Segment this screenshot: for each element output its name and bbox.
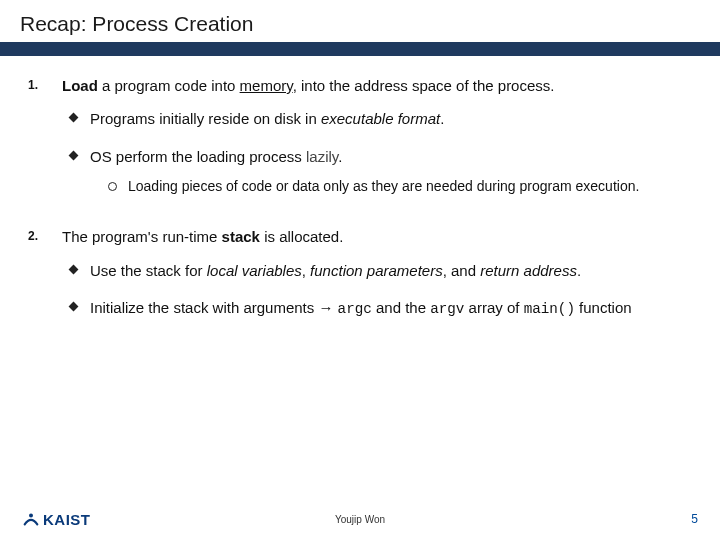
text-italic: executable format: [321, 110, 440, 127]
slide-body: Load a program code into memory, into th…: [0, 56, 720, 320]
text-italic: function parameters: [310, 262, 443, 279]
text: Programs initially reside on disk in: [90, 110, 321, 127]
kaist-logo-text: KAIST: [43, 511, 91, 528]
author-name: Youjip Won: [335, 514, 385, 525]
code-argv: argv: [430, 301, 464, 317]
slide-title: Recap: Process Creation: [20, 12, 720, 36]
text: array of: [464, 299, 523, 316]
title-bar: Recap: Process Creation: [0, 0, 720, 36]
text: .: [440, 110, 444, 127]
text: a program code into: [98, 77, 240, 94]
ordered-list: Load a program code into memory, into th…: [28, 74, 692, 320]
text: , and: [443, 262, 481, 279]
item1-load: Load: [62, 77, 98, 94]
footer: KAIST Youjip Won 5: [0, 506, 720, 532]
text: The program's run-time: [62, 228, 222, 245]
text: Initialize the stack with arguments: [90, 299, 318, 316]
kaist-logo: KAIST: [22, 510, 91, 528]
text: is allocated.: [260, 228, 343, 245]
page-number: 5: [691, 512, 698, 526]
sub-item: Use the stack for local variables, funct…: [68, 259, 692, 282]
text-lazily: lazily: [306, 148, 338, 165]
text: Loading pieces of code or data only as t…: [128, 178, 639, 194]
sub-item: OS perform the loading process lazily. L…: [68, 145, 692, 198]
item2-stack: stack: [222, 228, 260, 245]
subsub-item: Loading pieces of code or data only as t…: [106, 176, 692, 198]
title-underline: [0, 42, 720, 56]
text: .: [577, 262, 581, 279]
sublist-1: Programs initially reside on disk in exe…: [68, 107, 692, 197]
text: and the: [372, 299, 430, 316]
subsublist: Loading pieces of code or data only as t…: [106, 176, 692, 198]
text: ,: [302, 262, 310, 279]
code-argc: argc: [338, 301, 372, 317]
kaist-logo-icon: [22, 510, 40, 528]
item2-lead: The program's run-time stack is allocate…: [62, 225, 692, 248]
text: OS perform the loading process: [90, 148, 306, 165]
arrow-icon: →: [318, 299, 333, 316]
text-italic: return address: [480, 262, 577, 279]
item1-lead: Load a program code into memory, into th…: [62, 74, 692, 97]
text: Use the stack for: [90, 262, 207, 279]
text: .: [338, 148, 342, 165]
list-item-1: Load a program code into memory, into th…: [28, 74, 692, 197]
text: , into the address space of the process.: [293, 77, 555, 94]
text-italic: local variables: [207, 262, 302, 279]
svg-point-0: [29, 513, 33, 517]
sub-item: Programs initially reside on disk in exe…: [68, 107, 692, 130]
code-main: main(): [524, 301, 575, 317]
text: function: [575, 299, 632, 316]
sub-item: Initialize the stack with arguments → ar…: [68, 296, 692, 320]
item1-memory: memory: [240, 77, 293, 94]
sublist-2: Use the stack for local variables, funct…: [68, 259, 692, 320]
list-item-2: The program's run-time stack is allocate…: [28, 225, 692, 320]
